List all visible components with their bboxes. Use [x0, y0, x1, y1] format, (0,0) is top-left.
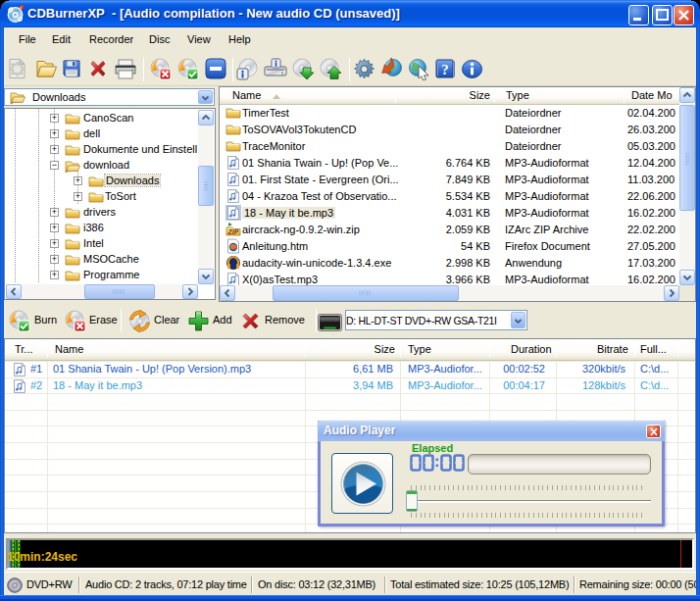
- svg-text:ZIP: ZIP: [227, 228, 239, 235]
- svg-text:?: ?: [441, 62, 449, 77]
